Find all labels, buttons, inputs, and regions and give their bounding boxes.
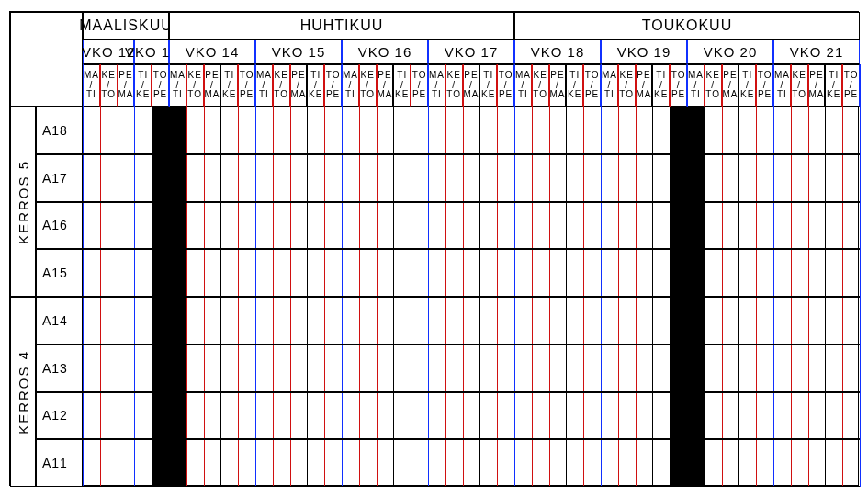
day-header-label: MA / TI [688, 71, 704, 100]
day-header: KE / TO [273, 64, 290, 107]
week-header: VKO 15 [255, 40, 342, 64]
day-header: PE / MA [549, 64, 567, 107]
day-header-label: TI / KE [654, 71, 668, 100]
month-header: TOUKOKUU [514, 12, 860, 40]
day-header: TO / PE [238, 64, 255, 107]
day-header-label: PE / MA [723, 71, 738, 100]
day-header: TI / KE [479, 64, 497, 107]
day-header-label: MA / TI [429, 71, 445, 100]
day-header: PE / MA [636, 64, 653, 107]
grid-row [83, 392, 860, 440]
day-header-label: TI / KE [827, 71, 840, 100]
header-corner [10, 12, 83, 107]
day-header: TO / PE [152, 64, 169, 107]
month-header: HUHTIKUU [169, 12, 514, 40]
day-header: KE / TO [100, 64, 118, 107]
day-header-label: TO / PE [412, 71, 427, 100]
floor-label: KERROS 5 [10, 107, 36, 297]
header-vline [860, 64, 861, 107]
day-header-label: MA / TI [84, 71, 99, 100]
day-header-label: TO / PE [671, 71, 686, 100]
day-header-label: PE / MA [464, 71, 479, 100]
day-header: TI / KE [566, 64, 583, 107]
day-header-label: TI / KE [136, 71, 150, 100]
floor-label: KERROS 4 [10, 297, 36, 487]
grid-row [83, 297, 860, 345]
grid-row [83, 439, 860, 487]
grid-row [83, 249, 860, 297]
day-header: TI / KE [652, 64, 670, 107]
row-label: A16 [36, 202, 83, 250]
grid-row [83, 345, 860, 392]
grid-vline [860, 107, 861, 487]
week-header: VKO 16 [342, 40, 428, 64]
day-header-label: KE / TO [619, 71, 634, 100]
day-header-label: PE / MA [378, 71, 393, 100]
day-header: PE / MA [290, 64, 308, 107]
day-header-label: TI / KE [481, 71, 495, 100]
day-header: TO / PE [583, 64, 601, 107]
day-header-label: TO / PE [499, 71, 513, 100]
day-header: KE / TO [618, 64, 636, 107]
day-header: KE / TO [532, 64, 549, 107]
day-header: TI / KE [220, 64, 238, 107]
day-header-label: TI / KE [222, 71, 236, 100]
day-header: PE / MA [377, 64, 394, 107]
day-header-label: MA / TI [774, 71, 790, 100]
grid-row [83, 154, 860, 202]
day-header: MA / TI [601, 64, 618, 107]
week-header: VKO 19 [601, 40, 687, 64]
day-header-label: PE / MA [291, 71, 307, 100]
week-header: VKO 21 [773, 40, 860, 64]
week-header: VKO 13 [134, 40, 169, 64]
day-header: MA / TI [514, 64, 532, 107]
grid-row [83, 202, 860, 250]
day-header-label: MA / TI [343, 71, 358, 100]
week-header: VKO 18 [514, 40, 601, 64]
floor-label-text: KERROS 5 [16, 160, 31, 244]
day-header-label: TO / PE [240, 71, 254, 100]
day-header: PE / MA [808, 64, 826, 107]
day-header: KE / TO [445, 64, 463, 107]
row-label: A14 [36, 297, 83, 345]
day-header-label: PE / MA [809, 71, 825, 100]
day-header: TO / PE [842, 64, 860, 107]
day-header: TI / KE [825, 64, 842, 107]
day-header-label: PE / MA [637, 71, 652, 100]
day-header: MA / TI [342, 64, 359, 107]
day-header-label: KE / TO [446, 71, 461, 100]
row-label: A11 [36, 439, 83, 487]
day-header: TI / KE [393, 64, 411, 107]
day-header: KE / TO [186, 64, 204, 107]
day-header-label: KE / TO [533, 71, 547, 100]
day-header: MA / TI [773, 64, 791, 107]
day-header-label: TO / PE [326, 71, 341, 100]
day-header: TO / PE [497, 64, 514, 107]
row-label: A13 [36, 345, 83, 392]
day-header: MA / TI [687, 64, 705, 107]
floor-label-text: KERROS 4 [16, 350, 31, 435]
day-header: MA / TI [255, 64, 273, 107]
day-header: PE / MA [722, 64, 739, 107]
day-header: TI / KE [738, 64, 756, 107]
day-header-label: MA / TI [170, 71, 186, 100]
day-header: TO / PE [756, 64, 773, 107]
row-label: A15 [36, 249, 83, 297]
grid-frame: MAALISKUUHUHTIKUUTOUKOKUU VKO 12VKO 13VK… [9, 11, 859, 486]
row-label: A12 [36, 392, 83, 440]
day-header: TO / PE [324, 64, 342, 107]
week-header: VKO 17 [428, 40, 514, 64]
day-header: MA / TI [428, 64, 445, 107]
day-header-label: KE / TO [705, 71, 720, 100]
day-header-label: MA / TI [602, 71, 617, 100]
day-header-label: KE / TO [101, 71, 116, 100]
day-header-label: KE / TO [274, 71, 288, 100]
day-header-label: PE / MA [205, 71, 220, 100]
day-header: PE / MA [463, 64, 480, 107]
day-header: TI / KE [307, 64, 324, 107]
day-header: KE / TO [791, 64, 808, 107]
day-header-label: TI / KE [309, 71, 322, 100]
day-header: KE / TO [359, 64, 377, 107]
schedule-chart: MAALISKUUHUHTIKUUTOUKOKUU VKO 12VKO 13VK… [0, 0, 868, 497]
day-header-label: PE / MA [118, 71, 134, 100]
